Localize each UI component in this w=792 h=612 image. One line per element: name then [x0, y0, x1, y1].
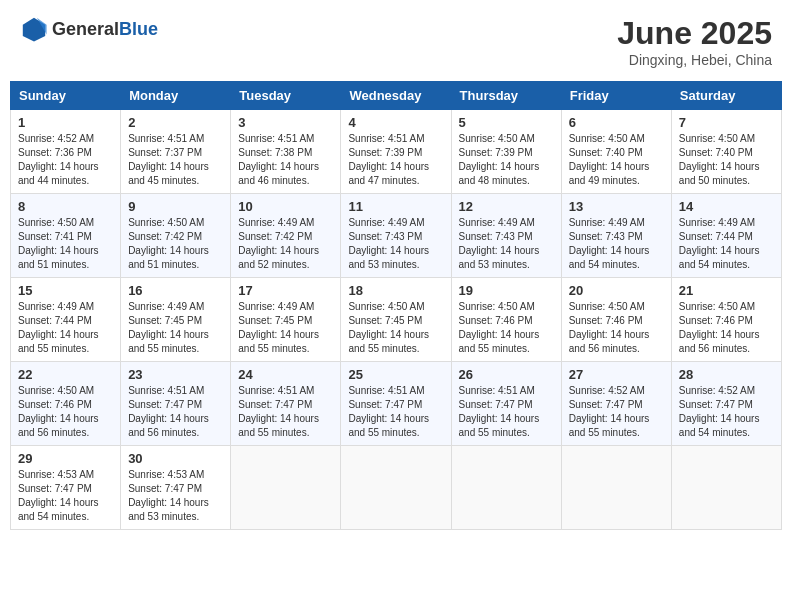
day-info: Sunrise: 4:51 AMSunset: 7:38 PMDaylight:…: [238, 132, 333, 188]
day-number: 15: [18, 283, 113, 298]
logo-icon: [20, 15, 48, 43]
empty-day-cell: [231, 446, 341, 530]
day-number: 11: [348, 199, 443, 214]
day-number: 7: [679, 115, 774, 130]
day-cell: 5Sunrise: 4:50 AMSunset: 7:39 PMDaylight…: [451, 110, 561, 194]
day-info: Sunrise: 4:49 AMSunset: 7:43 PMDaylight:…: [459, 216, 554, 272]
day-cell: 8Sunrise: 4:50 AMSunset: 7:41 PMDaylight…: [11, 194, 121, 278]
weekday-header: Thursday: [451, 82, 561, 110]
empty-day-cell: [561, 446, 671, 530]
day-info: Sunrise: 4:51 AMSunset: 7:39 PMDaylight:…: [348, 132, 443, 188]
weekday-header: Sunday: [11, 82, 121, 110]
day-cell: 12Sunrise: 4:49 AMSunset: 7:43 PMDayligh…: [451, 194, 561, 278]
day-info: Sunrise: 4:51 AMSunset: 7:37 PMDaylight:…: [128, 132, 223, 188]
header: GeneralBlue June 2025 Dingxing, Hebei, C…: [10, 10, 782, 73]
weekday-header: Saturday: [671, 82, 781, 110]
day-info: Sunrise: 4:50 AMSunset: 7:39 PMDaylight:…: [459, 132, 554, 188]
day-cell: 14Sunrise: 4:49 AMSunset: 7:44 PMDayligh…: [671, 194, 781, 278]
day-cell: 20Sunrise: 4:50 AMSunset: 7:46 PMDayligh…: [561, 278, 671, 362]
day-number: 12: [459, 199, 554, 214]
day-number: 2: [128, 115, 223, 130]
day-cell: 3Sunrise: 4:51 AMSunset: 7:38 PMDaylight…: [231, 110, 341, 194]
day-info: Sunrise: 4:49 AMSunset: 7:43 PMDaylight:…: [569, 216, 664, 272]
day-number: 19: [459, 283, 554, 298]
weekday-header: Monday: [121, 82, 231, 110]
empty-day-cell: [341, 446, 451, 530]
day-info: Sunrise: 4:50 AMSunset: 7:40 PMDaylight:…: [679, 132, 774, 188]
logo: GeneralBlue: [20, 15, 158, 43]
day-number: 10: [238, 199, 333, 214]
day-info: Sunrise: 4:53 AMSunset: 7:47 PMDaylight:…: [128, 468, 223, 524]
location-title: Dingxing, Hebei, China: [617, 52, 772, 68]
day-cell: 1Sunrise: 4:52 AMSunset: 7:36 PMDaylight…: [11, 110, 121, 194]
day-info: Sunrise: 4:52 AMSunset: 7:47 PMDaylight:…: [569, 384, 664, 440]
day-info: Sunrise: 4:50 AMSunset: 7:41 PMDaylight:…: [18, 216, 113, 272]
day-cell: 9Sunrise: 4:50 AMSunset: 7:42 PMDaylight…: [121, 194, 231, 278]
day-info: Sunrise: 4:50 AMSunset: 7:45 PMDaylight:…: [348, 300, 443, 356]
day-info: Sunrise: 4:51 AMSunset: 7:47 PMDaylight:…: [459, 384, 554, 440]
day-cell: 30Sunrise: 4:53 AMSunset: 7:47 PMDayligh…: [121, 446, 231, 530]
day-info: Sunrise: 4:50 AMSunset: 7:46 PMDaylight:…: [459, 300, 554, 356]
day-info: Sunrise: 4:50 AMSunset: 7:46 PMDaylight:…: [569, 300, 664, 356]
day-number: 29: [18, 451, 113, 466]
day-cell: 2Sunrise: 4:51 AMSunset: 7:37 PMDaylight…: [121, 110, 231, 194]
day-info: Sunrise: 4:49 AMSunset: 7:45 PMDaylight:…: [128, 300, 223, 356]
day-number: 26: [459, 367, 554, 382]
day-cell: 6Sunrise: 4:50 AMSunset: 7:40 PMDaylight…: [561, 110, 671, 194]
day-info: Sunrise: 4:51 AMSunset: 7:47 PMDaylight:…: [128, 384, 223, 440]
day-cell: 28Sunrise: 4:52 AMSunset: 7:47 PMDayligh…: [671, 362, 781, 446]
day-info: Sunrise: 4:50 AMSunset: 7:42 PMDaylight:…: [128, 216, 223, 272]
day-number: 22: [18, 367, 113, 382]
day-cell: 22Sunrise: 4:50 AMSunset: 7:46 PMDayligh…: [11, 362, 121, 446]
day-info: Sunrise: 4:52 AMSunset: 7:47 PMDaylight:…: [679, 384, 774, 440]
day-number: 4: [348, 115, 443, 130]
day-cell: 4Sunrise: 4:51 AMSunset: 7:39 PMDaylight…: [341, 110, 451, 194]
day-info: Sunrise: 4:49 AMSunset: 7:44 PMDaylight:…: [679, 216, 774, 272]
day-number: 8: [18, 199, 113, 214]
logo-general-text: GeneralBlue: [52, 19, 158, 40]
day-cell: 17Sunrise: 4:49 AMSunset: 7:45 PMDayligh…: [231, 278, 341, 362]
day-info: Sunrise: 4:51 AMSunset: 7:47 PMDaylight:…: [348, 384, 443, 440]
day-number: 27: [569, 367, 664, 382]
day-cell: 25Sunrise: 4:51 AMSunset: 7:47 PMDayligh…: [341, 362, 451, 446]
day-info: Sunrise: 4:51 AMSunset: 7:47 PMDaylight:…: [238, 384, 333, 440]
day-info: Sunrise: 4:49 AMSunset: 7:45 PMDaylight:…: [238, 300, 333, 356]
svg-marker-0: [23, 18, 45, 42]
weekday-header: Wednesday: [341, 82, 451, 110]
calendar-table: SundayMondayTuesdayWednesdayThursdayFrid…: [10, 81, 782, 530]
day-number: 16: [128, 283, 223, 298]
day-number: 23: [128, 367, 223, 382]
day-info: Sunrise: 4:53 AMSunset: 7:47 PMDaylight:…: [18, 468, 113, 524]
day-number: 5: [459, 115, 554, 130]
day-cell: 21Sunrise: 4:50 AMSunset: 7:46 PMDayligh…: [671, 278, 781, 362]
day-info: Sunrise: 4:50 AMSunset: 7:46 PMDaylight:…: [679, 300, 774, 356]
day-number: 13: [569, 199, 664, 214]
day-cell: 16Sunrise: 4:49 AMSunset: 7:45 PMDayligh…: [121, 278, 231, 362]
month-title: June 2025: [617, 15, 772, 52]
day-cell: 24Sunrise: 4:51 AMSunset: 7:47 PMDayligh…: [231, 362, 341, 446]
day-number: 24: [238, 367, 333, 382]
calendar-header-row: SundayMondayTuesdayWednesdayThursdayFrid…: [11, 82, 782, 110]
day-cell: 11Sunrise: 4:49 AMSunset: 7:43 PMDayligh…: [341, 194, 451, 278]
day-number: 28: [679, 367, 774, 382]
day-number: 20: [569, 283, 664, 298]
day-number: 17: [238, 283, 333, 298]
day-cell: 23Sunrise: 4:51 AMSunset: 7:47 PMDayligh…: [121, 362, 231, 446]
day-number: 9: [128, 199, 223, 214]
empty-day-cell: [451, 446, 561, 530]
day-cell: 10Sunrise: 4:49 AMSunset: 7:42 PMDayligh…: [231, 194, 341, 278]
day-number: 18: [348, 283, 443, 298]
day-number: 14: [679, 199, 774, 214]
weekday-header: Tuesday: [231, 82, 341, 110]
day-number: 21: [679, 283, 774, 298]
day-cell: 13Sunrise: 4:49 AMSunset: 7:43 PMDayligh…: [561, 194, 671, 278]
day-number: 6: [569, 115, 664, 130]
day-cell: 27Sunrise: 4:52 AMSunset: 7:47 PMDayligh…: [561, 362, 671, 446]
day-cell: 26Sunrise: 4:51 AMSunset: 7:47 PMDayligh…: [451, 362, 561, 446]
day-info: Sunrise: 4:49 AMSunset: 7:44 PMDaylight:…: [18, 300, 113, 356]
day-number: 25: [348, 367, 443, 382]
day-number: 30: [128, 451, 223, 466]
day-cell: 18Sunrise: 4:50 AMSunset: 7:45 PMDayligh…: [341, 278, 451, 362]
empty-day-cell: [671, 446, 781, 530]
day-info: Sunrise: 4:50 AMSunset: 7:40 PMDaylight:…: [569, 132, 664, 188]
